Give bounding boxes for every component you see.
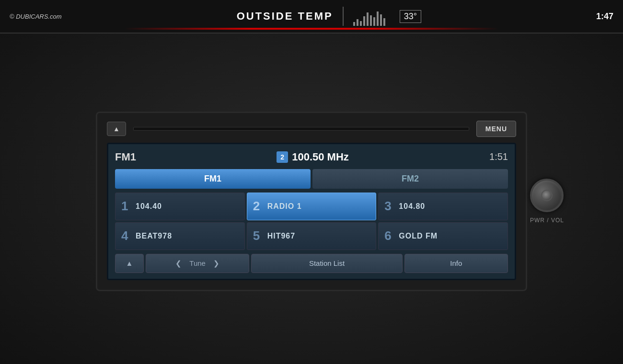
station-num-4: 4: [121, 228, 131, 243]
menu-button[interactable]: MENU: [476, 121, 516, 137]
station-num-3: 3: [384, 199, 394, 214]
tune-label: Tune: [189, 259, 206, 267]
station-name-4: BEAT978: [136, 232, 172, 240]
outside-temp-display: OUTSIDE TEMP 33°: [237, 7, 421, 26]
pwr-vol-label: PWR / VOL: [530, 217, 564, 224]
cd-slot: [133, 127, 469, 131]
watermark: © DUBICARS.com: [10, 13, 62, 20]
preset-badge: 2: [277, 151, 288, 163]
divider: [343, 7, 344, 26]
tab-fm1[interactable]: FM1: [115, 169, 311, 189]
temp-value: 33°: [400, 10, 421, 23]
radio-screen: FM1 2 100.50 MHz 1:51 FM1 FM2 1 104.40 2…: [107, 143, 516, 280]
outside-temp-label: OUTSIDE TEMP: [237, 10, 333, 23]
volume-knob[interactable]: [530, 179, 564, 212]
info-button[interactable]: Info: [404, 254, 508, 273]
screen-header: FM1 2 100.50 MHz 1:51: [115, 151, 508, 163]
station-5[interactable]: 5 HIT967: [247, 222, 377, 250]
eject-button[interactable]: ▲: [107, 122, 126, 136]
station-name-1: 104.40: [136, 202, 162, 211]
clock-display: 1:51: [489, 151, 508, 162]
station-grid: 1 104.40 2 RADIO 1 3 104.80 4 BEAT978 5 …: [115, 193, 508, 250]
station-num-5: 5: [253, 228, 263, 243]
station-2[interactable]: 2 RADIO 1: [247, 193, 377, 220]
tune-left-icon: ❮: [175, 259, 182, 268]
station-num-1: 1: [121, 199, 131, 214]
head-unit: ▲ MENU FM1 2 100.50 MHz 1:51 FM1 FM2 1 1…: [96, 112, 527, 291]
tune-right-icon: ❯: [213, 259, 219, 268]
station-name-5: HIT967: [267, 232, 295, 240]
fm-band-label: FM1: [115, 151, 136, 163]
tab-fm2[interactable]: FM2: [312, 169, 508, 189]
top-controls: ▲ MENU: [107, 121, 516, 137]
frequency-display: 100.50 MHz: [292, 151, 349, 163]
freq-info: 2 100.50 MHz: [277, 151, 349, 163]
station-num-6: 6: [384, 228, 394, 243]
fm-tabs: FM1 FM2: [115, 169, 508, 189]
station-6[interactable]: 6 GOLD FM: [378, 222, 508, 250]
station-name-6: GOLD FM: [399, 232, 438, 240]
temp-graph: [353, 7, 385, 26]
station-name-3: 104.80: [399, 202, 425, 211]
station-4[interactable]: 4 BEAT978: [115, 222, 245, 250]
volume-area: PWR / VOL: [530, 179, 564, 224]
station-name-2: RADIO 1: [267, 202, 302, 211]
top-time: 1:47: [596, 11, 613, 22]
bottom-controls: ▲ ❮ Tune ❯ Station List Info: [115, 254, 508, 273]
station-list-button[interactable]: Station List: [251, 254, 402, 273]
station-1[interactable]: 1 104.40: [115, 193, 245, 220]
tune-button[interactable]: ❮ Tune ❯: [146, 254, 249, 273]
red-accent-bar: [0, 28, 623, 30]
station-3[interactable]: 3 104.80: [378, 193, 508, 220]
station-num-2: 2: [253, 199, 263, 214]
up-button[interactable]: ▲: [115, 254, 144, 273]
